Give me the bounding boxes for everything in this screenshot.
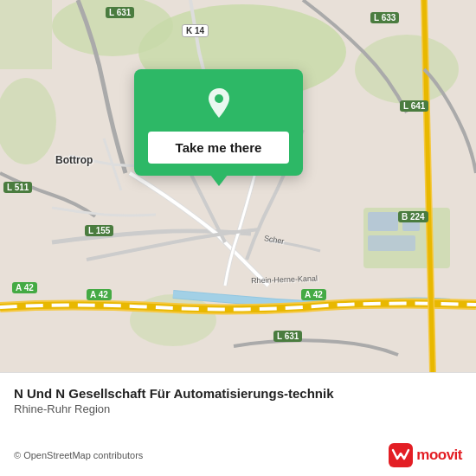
road-label-l511: L 511	[3, 182, 32, 193]
moovit-logo: moovit	[389, 443, 462, 467]
road-label-a42-left: A 42	[12, 282, 37, 293]
svg-point-11	[215, 94, 223, 103]
road-label-a42-mid: A 42	[87, 289, 112, 300]
moovit-icon	[389, 443, 413, 467]
bottrop-label: Bottrop	[55, 154, 93, 166]
svg-rect-10	[368, 235, 415, 251]
road-label-l633: L 633	[370, 12, 399, 23]
road-label-b224: B 224	[398, 211, 428, 222]
osm-attribution: © OpenStreetMap contributors	[14, 450, 143, 460]
location-region: Rhine-Ruhr Region	[14, 402, 462, 415]
location-pin-icon	[200, 85, 238, 123]
svg-rect-6	[0, 0, 52, 69]
info-bar: N Und N Gesellschaft Für Automatisierung…	[0, 372, 476, 476]
road-label-l641: L 641	[400, 100, 428, 112]
location-popup: Take me there	[134, 69, 303, 176]
road-label-l155: L 155	[85, 225, 113, 236]
map-container: L 631 L 633 K 14 L 641 L 511 L 155 B 224…	[0, 0, 476, 372]
take-me-there-button[interactable]: Take me there	[148, 132, 289, 164]
road-label-a42-right: A 42	[301, 289, 326, 300]
moovit-text: moovit	[416, 447, 462, 464]
location-title: N Und N Gesellschaft Für Automatisierung…	[14, 385, 462, 402]
road-label-l631-bot: L 631	[273, 331, 302, 342]
road-label-k14: K 14	[182, 24, 209, 37]
road-label-l631-top: L 631	[106, 7, 134, 18]
svg-rect-8	[368, 212, 398, 231]
